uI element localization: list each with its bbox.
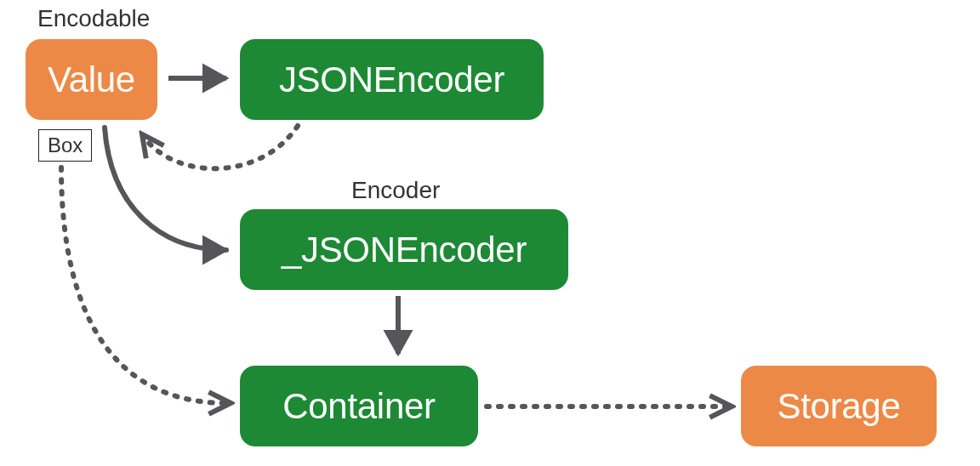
box-label: Box: [38, 129, 92, 162]
annotation-encodable: Encodable: [37, 5, 150, 32]
node-container: Container: [240, 366, 478, 446]
edge-jsonencoder-to-value: [145, 126, 298, 168]
node-priv-json-encoder: _JSONEncoder: [240, 209, 568, 290]
annotation-encoder: Encoder: [351, 177, 440, 204]
node-storage: Storage: [741, 366, 937, 446]
node-value: Value: [26, 39, 157, 120]
node-json-encoder: JSONEncoder: [240, 39, 544, 120]
edge-box-to-container: [61, 168, 226, 403]
edge-value-to-privjsonencoder: [105, 128, 226, 250]
